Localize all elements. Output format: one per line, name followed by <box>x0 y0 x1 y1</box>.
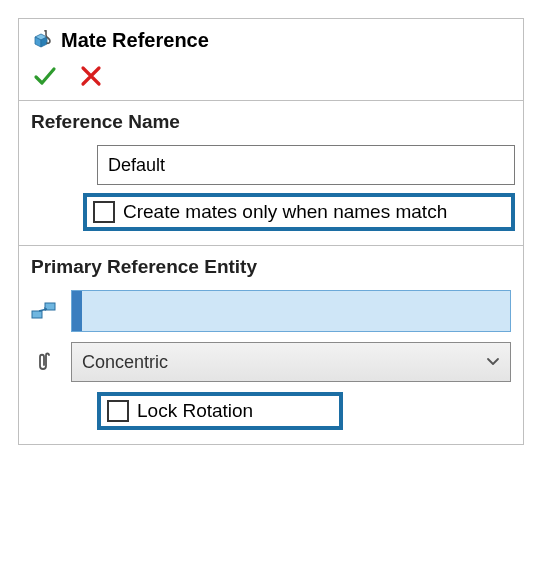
primary-reference-section: Primary Reference Entity C <box>19 246 523 444</box>
chevron-down-icon <box>486 357 500 367</box>
create-mates-checkbox[interactable] <box>93 201 115 223</box>
panel-title: Mate Reference <box>61 29 209 52</box>
reference-name-section: Reference Name Create mates only when na… <box>19 101 523 246</box>
lock-rotation-highlight: Lock Rotation <box>97 392 343 430</box>
mate-type-selected: Concentric <box>82 352 168 373</box>
ok-button[interactable] <box>33 64 57 88</box>
mate-reference-icon <box>31 30 53 52</box>
entity-selection-cursor <box>72 291 82 331</box>
lock-rotation-checkbox[interactable] <box>107 400 129 422</box>
create-mates-label: Create mates only when names match <box>123 201 447 223</box>
cancel-button[interactable] <box>79 64 103 88</box>
panel-header: Mate Reference <box>19 19 523 101</box>
lock-rotation-label: Lock Rotation <box>137 400 253 422</box>
entity-select-icon <box>31 300 59 322</box>
svg-rect-3 <box>32 311 42 318</box>
mate-type-row: Concentric <box>31 342 511 382</box>
paperclip-icon <box>31 351 59 373</box>
reference-name-title: Reference Name <box>31 111 511 133</box>
entity-selection-row <box>31 290 511 332</box>
title-row: Mate Reference <box>31 29 511 52</box>
primary-reference-title: Primary Reference Entity <box>31 256 511 278</box>
action-row <box>31 64 511 88</box>
entity-selection-input[interactable] <box>71 290 511 332</box>
reference-name-input[interactable] <box>97 145 515 185</box>
create-mates-highlight: Create mates only when names match <box>83 193 515 231</box>
mate-type-dropdown[interactable]: Concentric <box>71 342 511 382</box>
mate-reference-panel: Mate Reference Reference Name Create mat… <box>18 18 524 445</box>
